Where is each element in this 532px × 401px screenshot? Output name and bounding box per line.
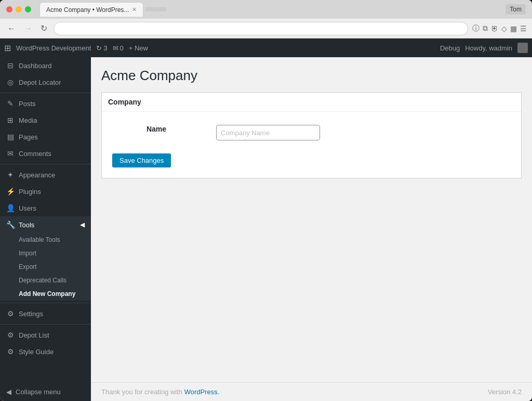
sidebar-item-tools-label: Tools bbox=[19, 221, 34, 229]
submenu-import[interactable]: Import bbox=[0, 247, 91, 260]
browser-tab[interactable]: Acme Company • WordPres... ✕ bbox=[39, 2, 143, 17]
minimize-button[interactable] bbox=[16, 6, 22, 12]
sidebar-item-appearance-label: Appearance bbox=[19, 171, 55, 179]
collapse-menu-button[interactable]: ◀ Collapse menu bbox=[0, 383, 91, 401]
tab-bar: Acme Company • WordPres... ✕ bbox=[39, 2, 501, 17]
sidebar-item-depot-list[interactable]: ⚙ Depot List bbox=[0, 327, 91, 343]
sidebar-sep-1 bbox=[0, 93, 91, 93]
updates-count: 3 bbox=[103, 44, 107, 52]
updates-icon: ↻ bbox=[96, 44, 102, 52]
sidebar-item-dashboard[interactable]: ⊟ Dashboard bbox=[0, 57, 91, 74]
metabox-title: Company bbox=[108, 98, 515, 106]
sidebar-item-settings[interactable]: ⚙ Settings bbox=[0, 305, 91, 322]
tools-submenu: Available Tools Import Export Deprecated… bbox=[0, 233, 91, 301]
shield-icon[interactable]: ⛨ bbox=[491, 24, 498, 33]
pocket-icon[interactable]: ◇ bbox=[501, 24, 507, 33]
wp-sidebar: ⊟ Dashboard ◎ Depot Locator ✎ Posts ⊞ Me… bbox=[0, 57, 91, 401]
user-badge: Tom bbox=[506, 4, 526, 15]
dashboard-icon: ⊟ bbox=[6, 61, 15, 70]
comments-item[interactable]: ✉ 0 bbox=[113, 44, 124, 52]
sidebar-item-depot-locator-label: Depot Locator bbox=[19, 79, 61, 86]
settings-icon: ⚙ bbox=[6, 309, 15, 318]
sidebar-item-posts-label: Posts bbox=[19, 100, 36, 108]
metabox-header: Company bbox=[102, 93, 521, 112]
browser-window: Acme Company • WordPres... ✕ Tom ← → ↻ ⓘ… bbox=[0, 0, 532, 401]
new-item[interactable]: + New bbox=[129, 44, 148, 52]
form-table: Name bbox=[107, 117, 516, 148]
sidebar-sep-2 bbox=[0, 164, 91, 164]
layers-icon[interactable]: ⧉ bbox=[483, 24, 488, 33]
wp-main: ⊟ Dashboard ◎ Depot Locator ✎ Posts ⊞ Me… bbox=[0, 57, 532, 401]
sidebar-item-style-guide[interactable]: ⚙ Style Guide bbox=[0, 343, 91, 360]
wp-logo-icon[interactable]: ⊞ bbox=[4, 43, 11, 53]
browser-toolbar: ← → ↻ ⓘ ⧉ ⛨ ◇ ▦ ☰ bbox=[0, 19, 532, 38]
sidebar-item-comments[interactable]: ✉ Comments bbox=[0, 145, 91, 162]
wp-admin-bar: ⊞ WordPress Development ↻ 3 ✉ 0 + New De… bbox=[0, 38, 532, 57]
footer-text: Thank you for creating with WordPress. bbox=[101, 388, 219, 396]
url-input[interactable] bbox=[60, 25, 461, 32]
name-label: Name bbox=[147, 125, 166, 133]
sidebar-item-plugins[interactable]: ⚡ Plugins bbox=[0, 183, 91, 200]
submenu-add-new-company[interactable]: Add New Company bbox=[0, 287, 91, 301]
sidebar-item-depot-list-label: Depot List bbox=[19, 331, 49, 339]
debug-link[interactable]: Debug bbox=[440, 44, 460, 52]
close-button[interactable] bbox=[6, 6, 12, 12]
menu-icon[interactable]: ☰ bbox=[520, 24, 527, 33]
tab-title: Acme Company • WordPres... bbox=[46, 6, 129, 14]
avatar bbox=[517, 43, 528, 53]
browser-titlebar: Acme Company • WordPres... ✕ Tom bbox=[0, 0, 532, 19]
extensions-icon[interactable]: ▦ bbox=[510, 24, 517, 33]
submenu-deprecated-calls[interactable]: Deprecated Calls bbox=[0, 274, 91, 287]
depot-list-icon: ⚙ bbox=[6, 331, 15, 339]
sidebar-item-users-label: Users bbox=[19, 204, 36, 212]
tab-close-icon[interactable]: ✕ bbox=[132, 6, 137, 13]
sidebar-item-media[interactable]: ⊞ Media bbox=[0, 112, 91, 128]
tools-icon: 🔧 bbox=[6, 221, 15, 229]
collapse-label: Collapse menu bbox=[16, 388, 61, 396]
tab-extra bbox=[145, 7, 166, 11]
wordpress-link[interactable]: WordPress. bbox=[184, 388, 220, 396]
comments-icon: ✉ bbox=[113, 44, 118, 52]
company-metabox: Company Name bbox=[101, 92, 522, 178]
company-name-input[interactable] bbox=[216, 125, 320, 140]
depot-locator-icon: ◎ bbox=[6, 78, 15, 86]
forward-button[interactable]: → bbox=[22, 23, 34, 34]
sidebar-item-settings-label: Settings bbox=[19, 310, 43, 318]
toolbar-icons: ⓘ ⧉ ⛨ ◇ ▦ ☰ bbox=[472, 24, 527, 33]
tools-arrow-icon: ◀ bbox=[80, 221, 85, 228]
sidebar-item-plugins-label: Plugins bbox=[19, 188, 41, 196]
style-guide-icon: ⚙ bbox=[6, 347, 15, 356]
sidebar-item-pages[interactable]: ▤ Pages bbox=[0, 128, 91, 145]
comments-nav-icon: ✉ bbox=[6, 149, 15, 158]
users-icon: 👤 bbox=[6, 204, 15, 212]
appearance-icon: ✦ bbox=[6, 171, 15, 179]
sidebar-item-posts[interactable]: ✎ Posts bbox=[0, 95, 91, 112]
submenu-available-tools[interactable]: Available Tools bbox=[0, 233, 91, 247]
address-bar[interactable] bbox=[54, 22, 468, 35]
info-icon[interactable]: ⓘ bbox=[472, 24, 480, 33]
admin-bar-right: Debug Howdy, wadmin bbox=[440, 43, 528, 53]
back-button[interactable]: ← bbox=[5, 23, 18, 34]
site-name[interactable]: WordPress Development bbox=[16, 44, 91, 52]
posts-icon: ✎ bbox=[6, 99, 15, 108]
traffic-lights bbox=[6, 6, 31, 12]
sidebar-item-pages-label: Pages bbox=[19, 133, 38, 141]
sidebar-item-appearance[interactable]: ✦ Appearance bbox=[0, 166, 91, 183]
table-row: Name bbox=[107, 117, 516, 148]
sidebar-item-users[interactable]: 👤 Users bbox=[0, 200, 91, 216]
content-area: Acme Company Company Name bbox=[91, 57, 532, 401]
submenu-export[interactable]: Export bbox=[0, 260, 91, 274]
updates-item[interactable]: ↻ 3 bbox=[96, 44, 107, 52]
save-changes-button[interactable]: Save Changes bbox=[112, 153, 171, 167]
metabox-content: Name Save Changes bbox=[102, 112, 521, 178]
comments-count: 0 bbox=[120, 44, 124, 52]
sidebar-item-media-label: Media bbox=[19, 117, 37, 124]
plugins-icon: ⚡ bbox=[6, 187, 15, 196]
sidebar-item-style-guide-label: Style Guide bbox=[19, 348, 54, 356]
sidebar-item-depot-locator[interactable]: ◎ Depot Locator bbox=[0, 74, 91, 90]
maximize-button[interactable] bbox=[25, 6, 31, 12]
version-text: Version 4.2 bbox=[488, 388, 522, 396]
reload-button[interactable]: ↻ bbox=[38, 22, 49, 34]
sidebar-item-tools[interactable]: 🔧 Tools ◀ bbox=[0, 216, 91, 233]
sidebar-sep-3 bbox=[0, 303, 91, 303]
